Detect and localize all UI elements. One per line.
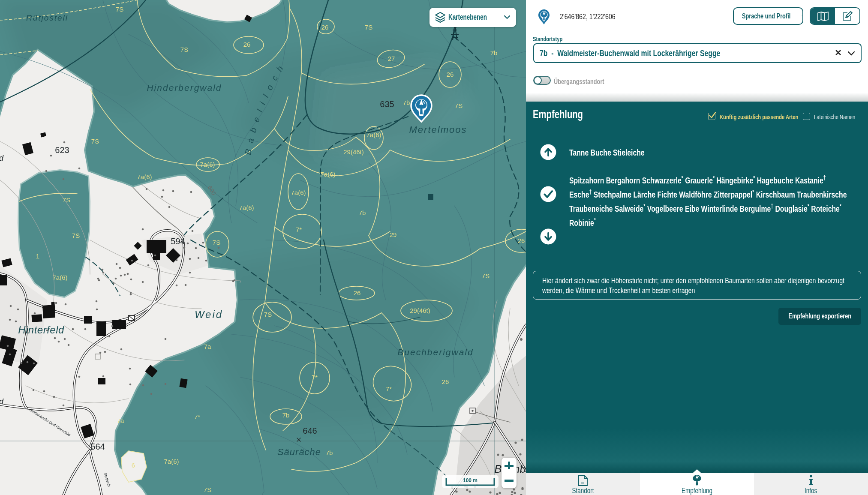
svg-text:26: 26	[518, 237, 525, 244]
svg-text:7S: 7S	[63, 196, 70, 204]
svg-text:7a(6): 7a(6)	[52, 274, 67, 281]
svg-text:7a(6): 7a(6)	[164, 458, 179, 465]
svg-text:7S: 7S	[72, 232, 80, 239]
svg-text:7b: 7b	[490, 49, 498, 57]
svg-text:7a(6): 7a(6)	[200, 161, 215, 168]
svg-text:Rütjosteli: Rütjosteli	[26, 13, 68, 22]
svg-text:26: 26	[354, 289, 361, 297]
svg-text:7*: 7*	[296, 226, 302, 233]
svg-text:Säuräche: Säuräche	[277, 447, 321, 457]
svg-text:7b: 7b	[403, 99, 410, 106]
svg-text:6: 6	[132, 462, 135, 469]
svg-text:7S: 7S	[213, 239, 220, 246]
svg-text:27: 27	[388, 55, 395, 62]
svg-text:Buechberigwald: Buechberigwald	[397, 347, 473, 357]
svg-text:7S: 7S	[116, 6, 123, 13]
svg-text:635: 635	[380, 99, 394, 109]
svg-text:7a(6): 7a(6)	[291, 189, 306, 196]
svg-text:7S: 7S	[91, 138, 99, 145]
svg-text:d: d	[0, 397, 4, 406]
svg-text:7*: 7*	[312, 374, 318, 381]
svg-text:7S: 7S	[365, 24, 372, 31]
svg-text:7S: 7S	[204, 486, 211, 493]
svg-text:7S: 7S	[455, 102, 463, 109]
svg-text:Hinderbergwald: Hinderbergwald	[147, 83, 222, 93]
svg-text:29(46t): 29(46t)	[410, 307, 430, 314]
svg-text:7a(6): 7a(6)	[320, 171, 335, 178]
svg-text:7S: 7S	[264, 311, 272, 318]
svg-text:26: 26	[243, 41, 251, 48]
svg-text:Mertelmoos: Mertelmoos	[409, 124, 467, 135]
svg-text:7a(6): 7a(6)	[366, 131, 381, 138]
svg-text:7b: 7b	[359, 209, 366, 216]
svg-text:7*: 7*	[194, 413, 200, 420]
svg-text:7b: 7b	[282, 411, 290, 419]
svg-text:7*: 7*	[386, 385, 392, 393]
svg-text:7a(6): 7a(6)	[137, 173, 152, 180]
svg-text:1: 1	[36, 252, 39, 260]
svg-text:594: 594	[171, 237, 185, 246]
svg-text:29: 29	[390, 231, 397, 238]
svg-text:646: 646	[303, 426, 317, 435]
svg-text:7a(6): 7a(6)	[239, 204, 254, 211]
svg-text:26: 26	[442, 378, 449, 385]
svg-text:7b: 7b	[326, 449, 333, 456]
svg-text:7a: 7a	[204, 343, 211, 350]
svg-text:564: 564	[90, 442, 105, 451]
svg-text:Weid: Weid	[195, 309, 223, 320]
svg-text:29(46t): 29(46t)	[343, 148, 364, 156]
svg-text:7S: 7S	[482, 272, 490, 279]
svg-text:7S: 7S	[180, 46, 188, 53]
svg-text:7a: 7a	[117, 417, 124, 424]
svg-text:Hinterfeld: Hinterfeld	[18, 324, 64, 336]
svg-text:26: 26	[321, 24, 329, 31]
svg-text:26: 26	[447, 71, 454, 78]
svg-text:d: d	[0, 154, 4, 162]
svg-text:623: 623	[55, 145, 69, 155]
